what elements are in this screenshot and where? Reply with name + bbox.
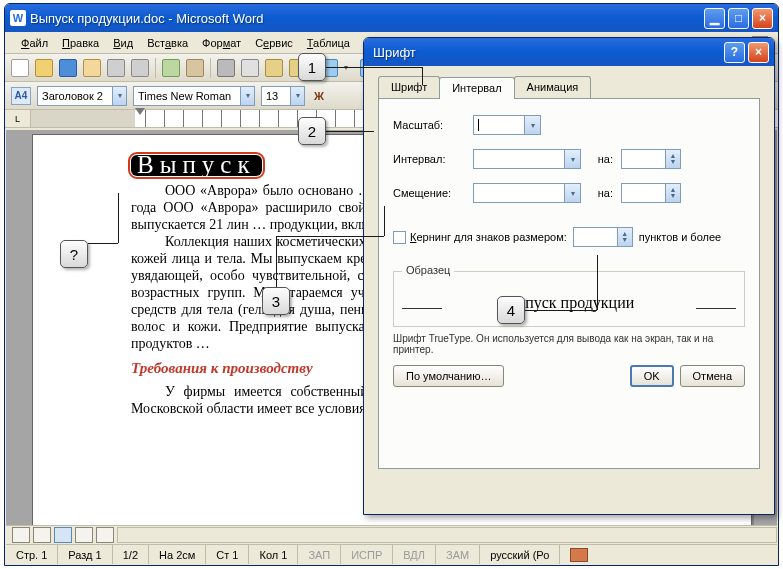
spinner-buttons-icon[interactable]: ▲▼ bbox=[665, 184, 680, 202]
window-close-button[interactable]: × bbox=[752, 8, 773, 29]
spacing-by-spinner[interactable]: ▲▼ bbox=[621, 149, 681, 169]
position-label: Смещение: bbox=[393, 187, 465, 199]
normal-view-button[interactable] bbox=[12, 527, 30, 543]
status-page: Стр. 1 bbox=[6, 545, 58, 564]
status-line: Ст 1 bbox=[206, 545, 249, 564]
callout-question: ? bbox=[60, 240, 88, 268]
ok-button[interactable]: OK bbox=[630, 365, 674, 387]
paste-icon[interactable] bbox=[265, 59, 283, 77]
preview-icon[interactable] bbox=[131, 59, 149, 77]
scale-label: Масштаб: bbox=[393, 119, 465, 131]
status-ovr[interactable]: ЗАМ bbox=[436, 545, 480, 564]
font-dialog: Шрифт ? × Шрифт Интервал Анимация Масшта… bbox=[363, 37, 775, 515]
callout-3-leader bbox=[276, 236, 384, 237]
tab-font[interactable]: Шрифт bbox=[378, 76, 440, 98]
tab-interval[interactable]: Интервал bbox=[439, 77, 514, 99]
tab-type-selector[interactable]: L bbox=[5, 110, 31, 127]
callout-3: 3 bbox=[262, 287, 290, 315]
window-title: Выпуск продукции.doc - Microsoft Word bbox=[30, 11, 704, 26]
scale-combo[interactable]: ▾ bbox=[473, 115, 541, 135]
dialog-help-button[interactable]: ? bbox=[724, 42, 745, 63]
menu-view[interactable]: Вид bbox=[107, 35, 139, 51]
web-view-button[interactable] bbox=[33, 527, 51, 543]
spellcheck-icon[interactable] bbox=[162, 59, 180, 77]
chevron-down-icon[interactable]: ▾ bbox=[524, 116, 540, 134]
dialog-titlebar: Шрифт ? × bbox=[364, 38, 774, 66]
toolbar-separator bbox=[155, 58, 156, 78]
callout-4-leader bbox=[525, 310, 597, 311]
spacing-by-label: на: bbox=[589, 153, 613, 165]
dialog-tabs: Шрифт Интервал Анимация bbox=[378, 76, 760, 99]
spacing-label: Интервал: bbox=[393, 153, 465, 165]
indent-handle-icon[interactable] bbox=[135, 108, 145, 115]
status-trk[interactable]: ИСПР bbox=[341, 545, 393, 564]
new-doc-icon[interactable] bbox=[11, 59, 29, 77]
callout-4-leader bbox=[597, 255, 598, 310]
chevron-down-icon[interactable]: ▾ bbox=[290, 87, 304, 105]
kerning-size-spinner[interactable]: ▲▼ bbox=[573, 227, 633, 247]
styles-pane-icon[interactable]: A4 bbox=[11, 87, 31, 105]
status-col: Кол 1 bbox=[249, 545, 298, 564]
status-bar: Стр. 1 Разд 1 1/2 На 2см Ст 1 Кол 1 ЗАП … bbox=[6, 544, 777, 564]
print-layout-view-button[interactable] bbox=[54, 527, 72, 543]
position-by-spinner[interactable]: ▲▼ bbox=[621, 183, 681, 203]
horizontal-scrollbar[interactable] bbox=[117, 527, 777, 543]
callout-2-leader bbox=[326, 131, 374, 132]
font-combo[interactable]: Times New Roman ▾ bbox=[133, 86, 255, 106]
spacing-combo[interactable]: ▾ bbox=[473, 149, 581, 169]
chevron-down-icon[interactable]: ▾ bbox=[564, 184, 580, 202]
save-icon[interactable] bbox=[59, 59, 77, 77]
cut-icon[interactable] bbox=[217, 59, 235, 77]
bold-icon[interactable]: Ж bbox=[311, 90, 327, 102]
outline-view-button[interactable] bbox=[75, 527, 93, 543]
status-rec[interactable]: ЗАП bbox=[298, 545, 341, 564]
window-maximize-button[interactable]: □ bbox=[728, 8, 749, 29]
kerning-label: Кернинг для знаков размером: bbox=[410, 231, 567, 243]
ruler-left-margin bbox=[31, 110, 135, 127]
callout-2: 2 bbox=[298, 117, 326, 145]
selected-heading[interactable]: Выпуск bbox=[131, 155, 262, 176]
callout-3-leader bbox=[384, 206, 385, 236]
menu-file[interactable]: Файл bbox=[15, 35, 54, 51]
style-combo[interactable]: Заголовок 2 ▾ bbox=[37, 86, 127, 106]
chevron-down-icon[interactable]: ▾ bbox=[112, 87, 126, 105]
callout-1: 1 bbox=[298, 53, 326, 81]
research-icon[interactable] bbox=[186, 59, 204, 77]
defaults-button[interactable]: По умолчанию… bbox=[393, 365, 504, 387]
tab-animation[interactable]: Анимация bbox=[514, 76, 592, 98]
reading-view-button[interactable] bbox=[96, 527, 114, 543]
callout-1-leader bbox=[422, 67, 423, 85]
callout-q-leader bbox=[88, 243, 118, 244]
callout-q-leader bbox=[118, 193, 119, 243]
style-combo-value: Заголовок 2 bbox=[42, 90, 103, 102]
menu-table[interactable]: Таблица bbox=[301, 35, 356, 51]
spinner-buttons-icon[interactable]: ▲▼ bbox=[617, 228, 632, 246]
window-minimize-button[interactable]: ▁ bbox=[704, 8, 725, 29]
print-icon[interactable] bbox=[107, 59, 125, 77]
spinner-buttons-icon[interactable]: ▲▼ bbox=[665, 150, 680, 168]
status-ext[interactable]: ВДЛ bbox=[393, 545, 436, 564]
tab-interval-pane: Масштаб: ▾ Интервал: ▾ на: ▲▼ Смещение: … bbox=[378, 99, 760, 469]
position-combo[interactable]: ▾ bbox=[473, 183, 581, 203]
titlebar: W Выпуск продукции.doc - Microsoft Word … bbox=[5, 4, 778, 32]
menu-edit[interactable]: Правка bbox=[56, 35, 105, 51]
copy-icon[interactable] bbox=[241, 59, 259, 77]
dialog-close-button[interactable]: × bbox=[748, 42, 769, 63]
dialog-title: Шрифт bbox=[369, 45, 724, 60]
cancel-button[interactable]: Отмена bbox=[680, 365, 745, 387]
font-size-combo[interactable]: 13 ▾ bbox=[261, 86, 305, 106]
permission-icon[interactable] bbox=[83, 59, 101, 77]
open-icon[interactable] bbox=[35, 59, 53, 77]
spell-status-icon[interactable] bbox=[570, 548, 588, 562]
menu-insert[interactable]: Вставка bbox=[141, 35, 194, 51]
kerning-checkbox[interactable] bbox=[393, 231, 406, 244]
status-pages: 1/2 bbox=[113, 545, 149, 564]
chevron-down-icon[interactable]: ▾ bbox=[564, 150, 580, 168]
size-combo-value: 13 bbox=[266, 90, 278, 102]
callout-3-leader bbox=[276, 236, 277, 287]
menu-format[interactable]: Формат bbox=[196, 35, 247, 51]
menu-tools[interactable]: Сервис bbox=[249, 35, 299, 51]
status-language[interactable]: русский (Ро bbox=[480, 545, 560, 564]
chevron-down-icon[interactable]: ▾ bbox=[240, 87, 254, 105]
dialog-body: Шрифт Интервал Анимация Масштаб: ▾ Интер… bbox=[364, 66, 774, 479]
